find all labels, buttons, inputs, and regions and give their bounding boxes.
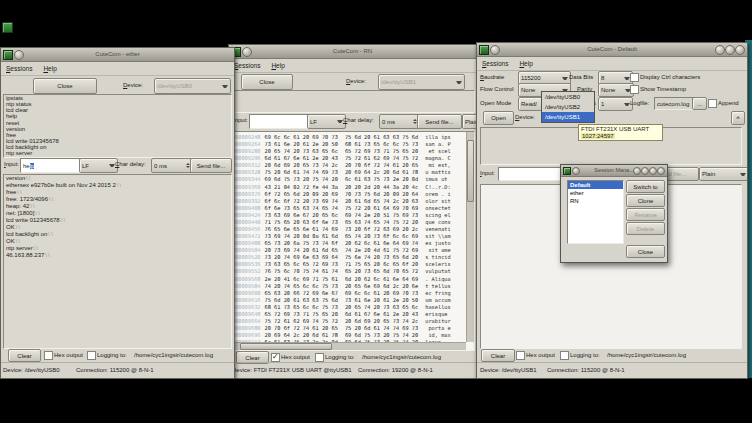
help-button[interactable]: [633, 167, 641, 175]
output-area[interactable]: version\ \ethersex e927b0e built on Nov …: [3, 174, 232, 349]
command-history-list[interactable]: [231, 90, 475, 113]
shade-button[interactable]: [641, 167, 649, 175]
hex-address: 00009440: [235, 219, 261, 225]
output-text: ethersex e927b0e built on Nov 24 2015 2: [6, 182, 116, 188]
hex-bytes-2: 69 6c 6c 61 20 69 70 73: [345, 290, 418, 296]
input-label: Input:: [233, 117, 248, 123]
menu-sessions[interactable]: Sessions: [6, 65, 32, 72]
close-window-button[interactable]: [735, 45, 745, 55]
line-end-value: LF: [82, 163, 89, 169]
timestamp-checkbox[interactable]: [630, 85, 639, 94]
browse-logfile-button[interactable]: ...: [692, 97, 707, 110]
rename-button[interactable]: Rename: [626, 208, 665, 221]
hex-ascii: olor sit: [425, 198, 451, 204]
close-button[interactable]: Close: [33, 78, 97, 94]
send-file-button[interactable]: Send file...: [190, 158, 232, 173]
clear-button[interactable]: Clear: [481, 349, 515, 362]
device-option[interactable]: /dev/ttyUSB1: [542, 112, 594, 122]
append-checkbox[interactable]: [708, 99, 717, 108]
logfile-field[interactable]: cutecom.log: [654, 97, 695, 110]
hex-bytes-1: 6f 6c 6f 72 20 73 69 74: [265, 198, 338, 204]
device-option[interactable]: /dev/ttyUSB2: [542, 102, 594, 112]
hex-ascii: sceleris: [425, 261, 451, 267]
output-line: OK\ \: [4, 224, 231, 231]
hex-bytes-1: 76 75 6c 70 75 74 61 74: [265, 268, 338, 274]
stop-bits-combobox[interactable]: 1: [598, 97, 633, 111]
device-option[interactable]: /dev/ttyUSB0: [542, 92, 594, 102]
hex-bytes-1: 71 75 65 20 63 6f 6e 73: [265, 219, 338, 225]
char-delay-spinner[interactable]: 0 ms: [379, 114, 420, 129]
menu-help[interactable]: Help: [43, 65, 56, 72]
clear-button[interactable]: Clear: [8, 349, 41, 362]
crlf-glyph: \ \: [35, 210, 39, 216]
hex-output-checkbox[interactable]: [516, 351, 525, 360]
history-item[interactable]: ntp server: [4, 150, 231, 156]
hex-ascii: erisque: [425, 311, 447, 317]
device-combobox[interactable]: /dev/ttyUSB1: [378, 74, 465, 90]
output-text: lcd backlight on: [6, 231, 47, 237]
minimize-button[interactable]: [725, 45, 735, 55]
vertical-scrollbar-thumb[interactable]: [467, 140, 474, 202]
session-item[interactable]: Default: [568, 181, 623, 189]
logging-checkbox[interactable]: [87, 351, 96, 360]
vertical-scrollbar[interactable]: [466, 132, 474, 342]
command-history-list[interactable]: ipstatsntp statuslcd clearhelpresetversi…: [3, 94, 232, 158]
line-end-combobox[interactable]: LF: [79, 158, 118, 173]
input-field[interactable]: help: [20, 158, 83, 173]
logging-checkbox[interactable]: [560, 351, 569, 360]
crlf-glyph: \ \: [117, 182, 121, 188]
collapse-settings-button[interactable]: ^: [731, 111, 745, 125]
window-title: CuteCom - Default: [477, 46, 747, 52]
logging-checkbox[interactable]: [315, 353, 324, 362]
close-dialog-button[interactable]: Close: [626, 245, 665, 258]
menu-sessions[interactable]: Sessions: [234, 62, 260, 69]
menu-sessions[interactable]: Sessions: [482, 60, 508, 67]
hex-output-label: Hex output: [281, 354, 310, 360]
input-field[interactable]: [249, 114, 311, 129]
session-item[interactable]: ether: [568, 189, 623, 197]
menu-help[interactable]: Help: [519, 60, 532, 67]
open-button[interactable]: Open: [483, 111, 514, 125]
minimize-button[interactable]: [649, 167, 657, 175]
device-value: /dev/ttyUSB0: [157, 83, 192, 89]
hex-bytes-2: 75 20 6d 61 74 74 69 73: [345, 325, 418, 331]
parity-combobox[interactable]: None: [598, 83, 634, 97]
hex-ascii: mi est,: [425, 162, 451, 168]
desktop-icon[interactable]: [2, 22, 13, 33]
display-mode-combobox[interactable]: Plain: [699, 167, 748, 181]
line-end-combobox[interactable]: LF: [307, 114, 346, 129]
hex-bytes-2: 74 2e 20 4d 61 75 72 69: [345, 247, 418, 253]
titlebar[interactable]: CuteCom - RN: [229, 45, 476, 59]
titlebar[interactable]: CuteCom - Default: [477, 43, 747, 57]
desktop: CuteCom - ether Sessions Help Close Devi…: [0, 0, 752, 423]
session-list[interactable]: DefaultetherRN: [567, 180, 624, 244]
close-button[interactable]: Close: [241, 74, 293, 90]
clone-button[interactable]: Clone: [626, 194, 665, 207]
device-combobox[interactable]: /dev/ttyUSB0: [154, 78, 231, 94]
hex-output-checkbox[interactable]: [44, 351, 53, 360]
switch-to-button[interactable]: Switch to: [626, 180, 665, 193]
hex-bytes-1: 43 21 04 02 72 fe 44 3a: [265, 184, 338, 190]
horizontal-scrollbar-thumb[interactable]: [240, 343, 332, 350]
hex-output-area[interactable]: 0000924869 6c 6c 61 20 69 70 7375 6d 20 …: [231, 131, 475, 351]
titlebar[interactable]: CuteCom - ether: [1, 48, 234, 62]
shade-button[interactable]: [715, 45, 725, 55]
char-delay-spinner[interactable]: 0 ms: [151, 158, 193, 173]
session-item[interactable]: RN: [568, 197, 623, 205]
hex-output-checkbox[interactable]: [271, 353, 280, 362]
delete-button[interactable]: Delete: [626, 222, 665, 235]
close-window-button[interactable]: [657, 167, 665, 175]
dialog-titlebar[interactable]: Session Mana...: [561, 165, 667, 177]
crlf-glyph: \ \: [49, 196, 53, 202]
device-dropdown-popup[interactable]: /dev/ttyUSB0/dev/ttyUSB2/dev/ttyUSB1: [541, 91, 595, 123]
horizontal-scrollbar[interactable]: [232, 342, 466, 350]
device-value: /dev/ttyUSB1: [381, 79, 416, 85]
status-bar: Device: /dev/ttyUSB1 Connection: 115200 …: [477, 362, 747, 378]
input-field[interactable]: [498, 167, 566, 181]
hex-row: 0000936043 21 04 02 72 fe 44 3a20 20 2d …: [232, 184, 466, 191]
send-file-button[interactable]: Send file...: [417, 114, 462, 129]
hex-row: 000093926f 6c 6f 72 20 73 69 7420 61 6d …: [232, 198, 466, 205]
menu-help[interactable]: Help: [271, 62, 284, 69]
display-ctrl-checkbox[interactable]: [630, 73, 639, 82]
display-mode-combobox[interactable]: Plain: [462, 114, 477, 129]
